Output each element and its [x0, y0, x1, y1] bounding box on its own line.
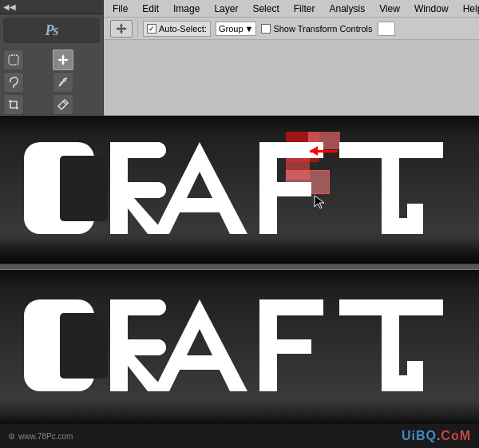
svg-point-10: [150, 182, 166, 198]
menu-image[interactable]: Image: [171, 3, 202, 14]
eyedropper-tool[interactable]: [53, 94, 73, 115]
footer-icon: ⚙: [8, 432, 15, 441]
svg-marker-3: [116, 23, 127, 34]
ps-panel: ◀◀ Ps: [0, 0, 104, 116]
svg-rect-20: [407, 204, 423, 234]
ps-logo-area: Ps: [3, 18, 100, 43]
move-tool-options-btn[interactable]: [110, 20, 133, 38]
svg-rect-16: [259, 182, 311, 196]
ps-panel-header: ◀◀: [0, 0, 103, 14]
footer-brand: UiBQ.CoM: [402, 429, 471, 443]
canvas-top: [0, 116, 479, 264]
move-tool[interactable]: [53, 50, 73, 70]
svg-marker-1: [57, 54, 69, 65]
red-arrow: [310, 146, 342, 156]
marquee-tool[interactable]: [3, 50, 24, 70]
svg-marker-12: [153, 142, 247, 234]
svg-rect-34: [259, 339, 311, 354]
svg-point-9: [150, 142, 166, 158]
menu-view[interactable]: View: [377, 3, 402, 14]
svg-point-27: [150, 299, 166, 315]
auto-select-area: ✓ Auto-Select:: [143, 21, 211, 37]
svg-marker-30: [153, 299, 247, 391]
svg-rect-5: [60, 156, 108, 221]
footer-brand-com: CoM: [441, 429, 471, 442]
menu-layer[interactable]: Layer: [212, 3, 240, 14]
toolbar-area: ◀◀ Ps: [0, 0, 479, 116]
canvas-bottom: [0, 270, 479, 424]
group-dropdown-arrow: ▼: [245, 24, 254, 34]
auto-select-label: Auto-Select:: [159, 24, 207, 34]
crop-tool[interactable]: [3, 94, 24, 115]
footer-url: www.78Pc.com: [18, 432, 73, 441]
footer-brand-ui: UiBQ: [402, 429, 437, 442]
menu-window[interactable]: Window: [412, 3, 451, 14]
menu-help[interactable]: Help: [461, 3, 479, 14]
lasso-tool[interactable]: [3, 72, 24, 93]
group-label: Group: [219, 24, 243, 34]
menu-file[interactable]: File: [110, 3, 130, 14]
craft-text-top: [16, 128, 463, 252]
svg-rect-23: [60, 313, 108, 379]
group-select[interactable]: Group ▼: [216, 22, 256, 36]
svg-rect-0: [9, 55, 18, 65]
menu-filter[interactable]: Filter: [291, 3, 318, 14]
craft-text-bottom: [16, 285, 463, 409]
options-white-box: [378, 22, 395, 36]
ps-collapse-btn[interactable]: ◀◀: [3, 2, 16, 11]
footer-left: ⚙ www.78Pc.com: [8, 432, 73, 441]
svg-point-28: [150, 339, 166, 355]
svg-rect-31: [172, 355, 227, 370]
menu-analysis[interactable]: Analysis: [327, 3, 367, 14]
ps-logo: Ps: [46, 22, 58, 39]
menu-edit[interactable]: Edit: [140, 3, 161, 14]
menu-bar: File Edit Image Layer Select Filter Anal…: [104, 0, 479, 18]
pen-tool[interactable]: [53, 72, 73, 93]
options-bar: ✓ Auto-Select: Group ▼ Show Transform Co…: [104, 18, 479, 40]
footer: ⚙ www.78Pc.com UiBQ.CoM: [0, 424, 479, 448]
svg-line-2: [63, 101, 66, 105]
divider-1: [137, 21, 138, 37]
auto-select-checkbox[interactable]: ✓: [147, 24, 156, 34]
tools-grid: [0, 46, 103, 118]
menu-select[interactable]: Select: [250, 3, 281, 14]
show-transform-area: Show Transform Controls: [261, 24, 372, 34]
svg-rect-38: [407, 361, 423, 391]
svg-marker-21: [315, 196, 324, 208]
panel-divider: [0, 264, 479, 270]
transform-checkbox[interactable]: [261, 24, 271, 34]
svg-rect-13: [172, 198, 227, 212]
show-transform-label: Show Transform Controls: [273, 24, 372, 34]
svg-rect-33: [259, 299, 323, 315]
